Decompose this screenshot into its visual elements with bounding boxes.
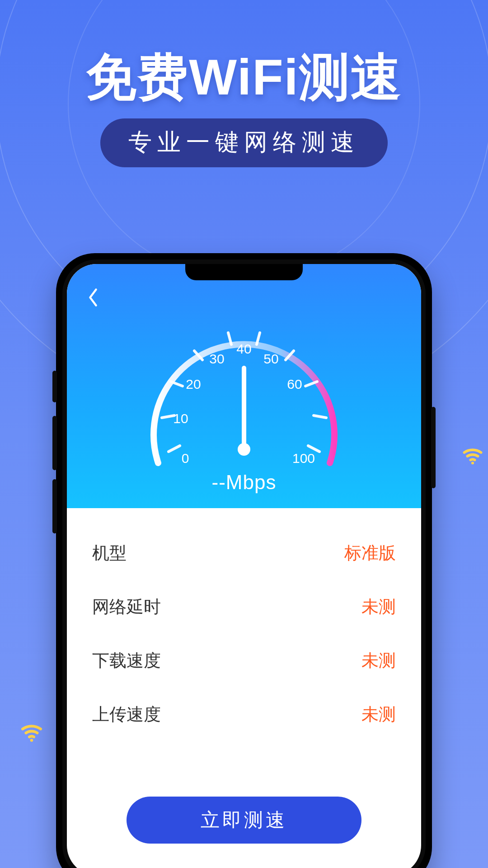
info-label: 机型 bbox=[92, 542, 127, 565]
info-list: 机型 标准版 网络延时 未测 下载速度 未测 上传速度 未测 bbox=[67, 508, 421, 741]
info-label: 上传速度 bbox=[92, 703, 161, 726]
back-button[interactable] bbox=[80, 285, 107, 312]
svg-point-13 bbox=[238, 443, 250, 456]
phone-side-button bbox=[52, 371, 57, 402]
info-label: 网络延时 bbox=[92, 595, 161, 618]
svg-line-3 bbox=[162, 415, 174, 418]
hero-title: 免费WiFi测速 bbox=[0, 43, 488, 112]
info-value: 未测 bbox=[361, 649, 396, 672]
gauge-value: --Mbps bbox=[127, 471, 361, 494]
svg-line-2 bbox=[169, 446, 180, 452]
phone-screen: 0 10 20 30 40 50 60 100 bbox=[67, 264, 421, 868]
gauge-tick: 0 bbox=[182, 451, 189, 466]
list-item: 下载速度 未测 bbox=[92, 634, 396, 688]
wifi-icon bbox=[460, 443, 485, 468]
list-item: 机型 标准版 bbox=[92, 526, 396, 580]
gauge-tick: 20 bbox=[186, 377, 201, 392]
info-value: 标准版 bbox=[344, 542, 396, 565]
wifi-icon bbox=[18, 719, 45, 746]
phone-side-button bbox=[52, 479, 57, 533]
phone-notch bbox=[185, 264, 303, 280]
info-label: 下载速度 bbox=[92, 649, 161, 672]
gauge-tick: 30 bbox=[209, 351, 224, 366]
phone-mockup: 0 10 20 30 40 50 60 100 bbox=[56, 253, 432, 868]
svg-line-10 bbox=[314, 415, 326, 418]
chevron-left-icon bbox=[87, 288, 99, 309]
list-item: 上传速度 未测 bbox=[92, 688, 396, 741]
promo-background: 免费WiFi测速 专业一键网络测速 bbox=[0, 0, 488, 868]
info-value: 未测 bbox=[361, 703, 396, 726]
cta-label: 立即测速 bbox=[201, 807, 287, 833]
hero-subtitle: 专业一键网络测速 bbox=[100, 118, 388, 167]
speed-gauge: 0 10 20 30 40 50 60 100 bbox=[127, 300, 361, 508]
info-value: 未测 bbox=[361, 595, 396, 618]
gauge-tick: 40 bbox=[236, 341, 251, 356]
svg-point-1 bbox=[30, 739, 33, 742]
gauge-tick: 10 bbox=[173, 411, 188, 426]
gauge-tick: 50 bbox=[263, 351, 278, 366]
gauge-tick: 100 bbox=[292, 451, 315, 466]
gauge-panel: 0 10 20 30 40 50 60 100 bbox=[67, 264, 421, 508]
phone-bezel: 0 10 20 30 40 50 60 100 bbox=[62, 259, 426, 868]
gauge-tick: 60 bbox=[287, 377, 302, 392]
list-item: 网络延时 未测 bbox=[92, 580, 396, 634]
phone-side-button bbox=[52, 416, 57, 470]
phone-side-button bbox=[431, 407, 436, 488]
svg-point-0 bbox=[471, 462, 474, 464]
start-test-button[interactable]: 立即测速 bbox=[127, 797, 361, 844]
